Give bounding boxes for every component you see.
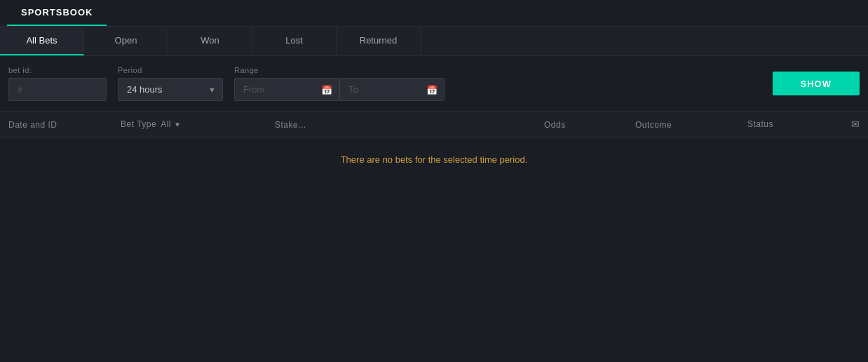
to-wrapper: 📅 xyxy=(339,78,445,101)
to-date-input[interactable] xyxy=(339,78,445,101)
col-status: Status ✉ xyxy=(747,119,860,130)
period-select-wrapper: 24 hours 7 days 30 days Custom ▼ xyxy=(118,78,223,101)
date-id-header: Date and ID xyxy=(8,120,57,130)
bet-type-filter[interactable]: All ▼ xyxy=(161,119,181,129)
filter-tabs-bar: All Bets Open Won Lost Returned xyxy=(0,27,868,56)
period-select[interactable]: 24 hours 7 days 30 days Custom xyxy=(118,78,223,101)
bet-id-group: bet id: xyxy=(8,66,107,101)
range-label: Range xyxy=(234,66,445,74)
col-odds: Odds xyxy=(544,119,635,130)
controls-row: bet id: Period 24 hours 7 days 30 days C… xyxy=(0,56,868,111)
col-stake: Stake... xyxy=(261,119,544,130)
from-date-input[interactable] xyxy=(234,78,339,101)
controls-right: SHOW xyxy=(773,72,860,95)
col-outcome: Outcome xyxy=(635,119,747,130)
chevron-down-icon: ▼ xyxy=(174,121,181,128)
status-header: Status xyxy=(747,119,773,129)
tab-all-bets[interactable]: All Bets xyxy=(0,27,84,55)
tab-open[interactable]: Open xyxy=(84,27,168,55)
table-header: Date and ID Bet Type All ▼ Stake... Odds… xyxy=(0,111,868,138)
period-group: Period 24 hours 7 days 30 days Custom ▼ xyxy=(118,66,223,101)
tab-won[interactable]: Won xyxy=(168,27,252,55)
tab-returned[interactable]: Returned xyxy=(337,27,421,55)
bet-id-input[interactable] xyxy=(8,78,107,101)
empty-bets-message: There are no bets for the selected time … xyxy=(0,138,868,182)
period-label: Period xyxy=(118,66,223,74)
col-date-id: Date and ID xyxy=(8,119,121,130)
bet-type-filter-value: All xyxy=(161,119,171,129)
bet-id-label: bet id: xyxy=(8,66,107,74)
col-bet-type: Bet Type All ▼ xyxy=(121,119,261,129)
envelope-icon[interactable]: ✉ xyxy=(851,119,860,130)
stake-header: Stake... xyxy=(275,120,306,130)
bet-type-header: Bet Type xyxy=(121,119,156,129)
odds-header: Odds xyxy=(544,120,566,130)
sportsbook-tab[interactable]: SPORTSBOOK xyxy=(7,0,107,26)
range-group: Range 📅 📅 xyxy=(234,66,445,101)
tab-lost[interactable]: Lost xyxy=(252,27,337,55)
show-button[interactable]: SHOW xyxy=(773,72,860,95)
from-wrapper: 📅 xyxy=(234,78,339,101)
range-inputs: 📅 📅 xyxy=(234,78,445,101)
outcome-header: Outcome xyxy=(635,120,672,130)
